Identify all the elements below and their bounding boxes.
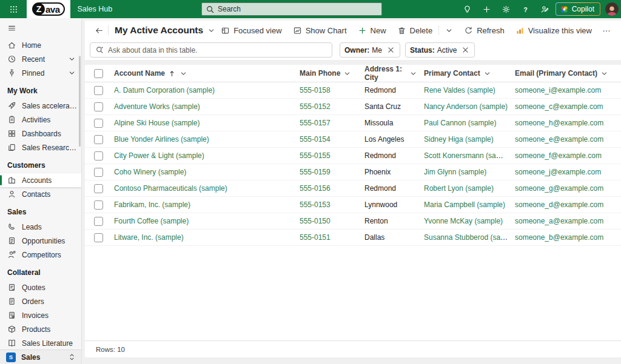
primary-contact-link[interactable]: Susanna Stubberod (sample) — [424, 233, 512, 242]
close-icon[interactable] — [386, 45, 395, 55]
feedback-button[interactable] — [536, 0, 554, 18]
global-search-input[interactable] — [218, 5, 378, 13]
sidebar-item-recent[interactable]: Recent — [0, 52, 81, 66]
email-link[interactable]: someone_c@example.com — [515, 102, 603, 111]
table-row[interactable]: City Power & Light (sample)555-0155Redmo… — [85, 148, 621, 164]
table-row[interactable]: Adventure Works (sample)555-0152Santa Cr… — [85, 99, 621, 115]
sidebar-item-opportunities[interactable]: Opportunities — [0, 234, 81, 248]
phone-link[interactable]: 555-0155 — [300, 151, 331, 160]
primary-contact-link[interactable]: Jim Glynn (sample) — [424, 168, 486, 176]
primary-contact-link[interactable]: Nancy Anderson (sample) — [424, 102, 508, 111]
sidebar-item-dashboards[interactable]: Dashboards — [0, 127, 81, 141]
sidebar-item-competitors[interactable]: Competitors — [0, 248, 81, 262]
table-row[interactable]: Contoso Pharmaceuticals (sample)555-0156… — [85, 180, 621, 197]
account-name-link[interactable]: A. Datum Corporation (sample) — [114, 86, 215, 94]
sidebar-item-sales-literature[interactable]: Sales Literature — [0, 336, 81, 349]
email-link[interactable]: someone_d@example.com — [515, 200, 603, 209]
primary-contact-link[interactable]: Robert Lyon (sample) — [424, 184, 494, 193]
sidebar-scrollbar[interactable] — [79, 56, 81, 147]
phone-link[interactable]: 555-0152 — [300, 102, 331, 111]
phone-link[interactable]: 555-0153 — [300, 200, 331, 209]
user-avatar[interactable] — [605, 2, 619, 16]
sidebar-item-products[interactable]: Products — [0, 322, 81, 336]
sidebar-item-contacts[interactable]: Contacts — [0, 187, 81, 201]
focused-view-button[interactable]: Focused view — [216, 22, 286, 38]
email-link[interactable]: someone_j@example.com — [515, 168, 601, 176]
table-row[interactable]: Coho Winery (sample)555-0159PhoenixJim G… — [85, 164, 621, 180]
account-name-link[interactable]: Fourth Coffee (sample) — [114, 217, 189, 225]
filter-chip[interactable]: Owner:Me — [340, 42, 400, 58]
row-checkbox[interactable] — [94, 233, 103, 242]
phone-link[interactable]: 555-0150 — [300, 217, 331, 225]
row-checkbox[interactable] — [94, 200, 103, 210]
phone-link[interactable]: 555-0157 — [300, 119, 331, 127]
table-row[interactable]: Fourth Coffee (sample)555-0150RentonYvon… — [85, 213, 621, 230]
settings-button[interactable] — [497, 0, 515, 18]
account-name-link[interactable]: Adventure Works (sample) — [114, 102, 200, 111]
delete-button[interactable]: Delete — [392, 22, 438, 38]
visualize-this-view-button[interactable]: Visualize this view — [511, 22, 597, 38]
sidebar-item-activities[interactable]: Activities — [0, 113, 81, 127]
row-checkbox[interactable] — [94, 184, 103, 193]
account-name-link[interactable]: City Power & Light (sample) — [114, 151, 204, 160]
phone-link[interactable]: 555-0159 — [300, 168, 331, 176]
email-link[interactable]: someone_b@example.com — [515, 233, 603, 242]
sidebar-item-orders[interactable]: Orders — [0, 294, 81, 308]
account-name-link[interactable]: Blue Yonder Airlines (sample) — [114, 135, 209, 144]
column-header[interactable]: Account Name — [112, 69, 297, 78]
filter-chip[interactable]: Status:Active — [405, 42, 475, 58]
sidebar-item-quotes[interactable]: Quotes — [0, 280, 81, 294]
row-checkbox[interactable] — [94, 119, 103, 128]
copilot-button[interactable]: Copilot — [556, 2, 600, 16]
email-link[interactable]: someone_g@example.com — [515, 184, 603, 193]
account-name-link[interactable]: Alpine Ski House (sample) — [114, 119, 200, 127]
ask-data-box[interactable] — [90, 42, 332, 58]
table-row[interactable]: A. Datum Corporation (sample)555-0158Red… — [85, 82, 621, 99]
primary-contact-link[interactable]: Maria Campbell (sample) — [424, 200, 505, 209]
account-name-link[interactable]: Litware, Inc. (sample) — [114, 233, 184, 242]
select-all-checkbox[interactable] — [94, 69, 103, 78]
sidebar-item-accounts[interactable]: Accounts — [0, 173, 81, 187]
ask-data-input[interactable] — [108, 46, 327, 55]
global-search[interactable] — [201, 2, 382, 16]
area-switcher[interactable]: S Sales — [0, 349, 81, 364]
new-button[interactable]: New — [353, 22, 391, 38]
primary-contact-link[interactable]: Paul Cannon (sample) — [424, 119, 496, 127]
column-header[interactable]: Primary Contact — [421, 69, 512, 78]
row-checkbox[interactable] — [94, 135, 103, 144]
row-checkbox[interactable] — [94, 102, 103, 111]
sidebar-item-invoices[interactable]: Invoices — [0, 308, 81, 322]
view-selector-chevron-icon[interactable] — [207, 26, 216, 35]
row-checkbox[interactable] — [94, 86, 103, 95]
account-name-link[interactable]: Contoso Pharmaceuticals (sample) — [114, 184, 227, 193]
column-header[interactable]: Main Phone — [297, 69, 362, 78]
table-row[interactable]: Litware, Inc. (sample)555-0151DallasSusa… — [85, 230, 621, 246]
email-link[interactable]: someone_e@example.com — [515, 135, 603, 144]
column-header[interactable]: Address 1: City — [362, 65, 421, 82]
sidebar-item-home[interactable]: Home — [0, 38, 81, 52]
primary-contact-link[interactable]: Rene Valdes (sample) — [424, 86, 495, 94]
primary-contact-link[interactable]: Sidney Higa (sample) — [424, 135, 494, 144]
column-header[interactable]: Email (Primary Contact) — [512, 69, 621, 78]
row-checkbox[interactable] — [94, 168, 103, 177]
email-link[interactable]: someone_f@example.com — [515, 151, 602, 160]
quick-create-button[interactable] — [478, 0, 496, 18]
collapse-sidebar-button[interactable] — [0, 18, 81, 37]
email-link[interactable]: someone_a@example.com — [515, 217, 603, 225]
row-checkbox[interactable] — [94, 217, 103, 226]
refresh-button[interactable]: Refresh — [459, 22, 509, 38]
phone-link[interactable]: 555-0158 — [300, 86, 331, 94]
back-button[interactable] — [91, 22, 107, 38]
more-commands-button[interactable]: … — [598, 22, 616, 38]
close-icon[interactable] — [461, 45, 470, 55]
sidebar-item-sales-accelerator[interactable]: Sales accelerator — [0, 99, 81, 113]
account-name-link[interactable]: Fabrikam, Inc. (sample) — [114, 200, 190, 209]
sidebar-item-sales-research-ag[interactable]: Sales Research Ag… — [0, 141, 81, 154]
primary-contact-link[interactable]: Scott Konersmann (sample) — [424, 151, 512, 160]
table-row[interactable]: Fabrikam, Inc. (sample)555-0153LynnwoodM… — [85, 197, 621, 213]
app-launcher-button[interactable] — [0, 0, 27, 18]
table-row[interactable]: Alpine Ski House (sample)555-0157Missoul… — [85, 115, 621, 131]
delete-split-chevron-button[interactable] — [440, 22, 458, 38]
table-row[interactable]: Blue Yonder Airlines (sample)555-0154Los… — [85, 131, 621, 148]
phone-link[interactable]: 555-0154 — [300, 135, 331, 144]
